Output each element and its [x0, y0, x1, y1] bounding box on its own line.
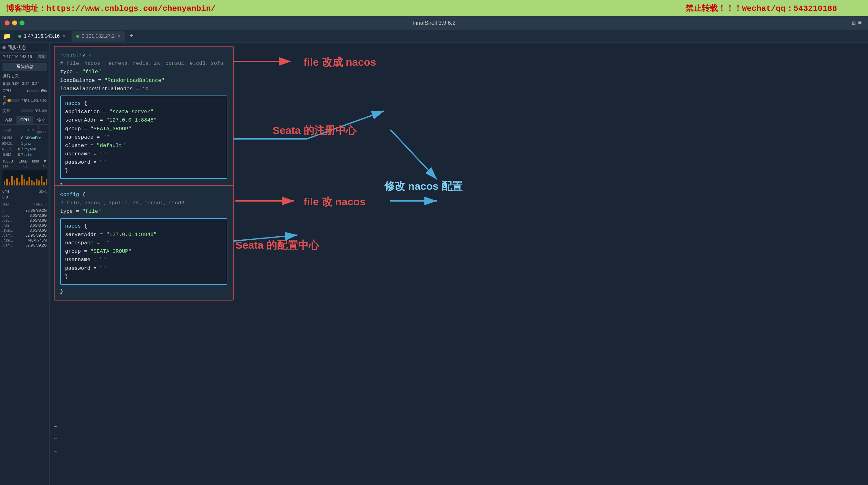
- tab-1-close[interactable]: ✕: [62, 34, 66, 39]
- nacos2-line-6: password = "": [65, 264, 222, 273]
- net-iface: eth0: [32, 159, 39, 164]
- net-chart: [2, 170, 47, 186]
- ping-sublabel: 本机: [39, 189, 47, 194]
- nacos2-line-2: serverAddr = "127.0.0.1:8848": [65, 230, 222, 239]
- swap-bar-wrap: 0% 0/0: [21, 109, 47, 113]
- code-block-nacos-1: nacos { application = "seata-server" ser…: [60, 95, 227, 179]
- net-down: ↓186B: [17, 159, 28, 164]
- code-area: registry { # file、nacos 、eureka、redis、zk…: [50, 43, 868, 485]
- cursor-line-3: ~: [54, 448, 57, 454]
- disk-var1: /var/... 32.9G/39.2G: [2, 233, 47, 238]
- mem-bar-bg: [7, 99, 20, 102]
- tab-2-label: 2 101.132.27.2: [82, 33, 115, 39]
- nacos2-line-1: nacos {: [65, 222, 222, 230]
- load-text: 负载 0.06, 0.12, 0.24: [2, 81, 40, 87]
- grid-icon[interactable]: ⊞: [852, 19, 856, 27]
- svg-line-8: [390, 130, 437, 179]
- process-row-1: 24.8M 8 AliYunDur: [0, 135, 49, 141]
- nacos-line-1: nacos {: [65, 99, 222, 108]
- nacos2-line-7: }: [65, 273, 222, 281]
- config-line-3: type = "file": [60, 207, 227, 216]
- sidebar: 同步状态 P 47.116.143.16 复制 系统信息 运行 1 天 负载 0…: [0, 43, 50, 485]
- process-row-3: 411.7.. 0.7 mysqld: [0, 146, 49, 152]
- minimize-button[interactable]: [12, 21, 17, 25]
- nacos-line-2: application = "seata-server": [65, 108, 222, 116]
- nacos-line-9: }: [65, 167, 222, 175]
- cpu-bar-bg: [27, 90, 39, 92]
- nacos-line-3: serverAddr = "127.0.0.1:8848": [65, 116, 222, 124]
- config-close: }: [60, 287, 227, 295]
- config-line-2: # file、nacos 、apollo、zk、consul、etcd3: [60, 199, 227, 207]
- status-dot: [2, 46, 6, 49]
- network-section: ↑868B ↓186B eth0 ▼ 11K 8K 4K: [0, 158, 49, 188]
- mem-val: 26%: [21, 98, 29, 103]
- annot-file-to-nacos: file 改成 nacos: [304, 55, 376, 69]
- tab-2-close[interactable]: ✕: [117, 34, 121, 39]
- title-bar: FinalShell 3.9.6.2 ⊞ ≡: [0, 16, 868, 30]
- net-arrow: ▼: [43, 159, 47, 164]
- process-list: 内存 CPU 名称/Dur 24.8M 8 AliYunDur 904.3.. …: [0, 125, 49, 158]
- disk-dev2: /dev... 3.6G/3.6G: [2, 218, 47, 223]
- nacos-line-5: namespace = "": [65, 133, 222, 141]
- cursor-line-1: ~: [54, 423, 57, 429]
- cursor-line-2: ~: [54, 436, 57, 441]
- annot-file-to-nacos2: file 改 nacos: [304, 195, 366, 209]
- code-line-5: loadBalanceVirtualNodes = 10: [60, 85, 227, 93]
- config-line-1: config {: [60, 191, 227, 199]
- disk-run2: /run/... 746M/746M: [2, 238, 47, 243]
- uptime-text: 运行 1 天: [2, 74, 19, 79]
- swap-detail: 0/0: [42, 109, 47, 113]
- code-block-registry: registry { # file、nacos 、eureka、redis、zk…: [54, 46, 234, 195]
- tab-1[interactable]: 1 47.116.143.16 ✕: [14, 31, 70, 41]
- ping-section: 0ms 本机 0 0: [0, 188, 49, 201]
- tab-cmd[interactable]: 命令: [33, 116, 49, 124]
- code-line-4: loadBalance = "RandomLoadBalance": [60, 76, 227, 85]
- nacos2-line-5: username = "": [65, 256, 222, 264]
- tab-bar: 📁 1 47.116.143.16 ✕ 2 101.132.27.2 ✕ +: [0, 30, 868, 43]
- tab-cpu[interactable]: CPU: [17, 116, 33, 124]
- folder-icon[interactable]: 📁: [3, 32, 11, 40]
- cpu-bar-fill: [27, 90, 28, 92]
- uptime-row: 运行 1 天: [0, 73, 49, 80]
- cpu-row: CPU 6%: [0, 87, 49, 94]
- cpu-val: 6%: [41, 88, 47, 93]
- sys-info-button[interactable]: 系统信息: [2, 63, 47, 71]
- copy-button[interactable]: 复制: [37, 54, 47, 59]
- menu-icon[interactable]: ≡: [858, 19, 862, 27]
- sync-status-label: 同步状态: [7, 45, 26, 51]
- banner-left: 博客地址：https://www.cnblogs.com/chenyanbin/: [6, 3, 216, 13]
- process-row-4: 5.9M 0.7 sshd: [0, 152, 49, 158]
- top-banner: 博客地址：https://www.cnblogs.com/chenyanbin/…: [0, 0, 868, 16]
- net-up: ↑868B: [2, 159, 13, 164]
- code-block-config: config { # file、nacos 、apollo、zk、consul、…: [54, 186, 234, 301]
- ip-text: P 47.116.143.16: [2, 54, 32, 59]
- add-tab-button[interactable]: +: [127, 32, 136, 40]
- tab-2[interactable]: 2 101.132.27.2 ✕: [72, 31, 125, 41]
- sidebar-ip: P 47.116.143.16 复制: [0, 53, 49, 61]
- mem-label: 内存: [2, 95, 7, 106]
- swap-bar-bg: [21, 110, 33, 112]
- nacos-line-4: group = "SEATA_GROUP": [65, 125, 222, 133]
- close-button[interactable]: [5, 21, 9, 25]
- nacos-line-6: cluster = "default": [65, 141, 222, 150]
- disk-dev: /dev 3.6G/3.6G: [2, 213, 47, 218]
- maximize-button[interactable]: [20, 21, 25, 25]
- window-controls: [5, 21, 25, 25]
- mem-row: 内存 26% 1.9G/7.3G: [0, 94, 49, 107]
- swap-label: 交换: [2, 108, 10, 114]
- process-tabs: 内存 CPU 命令: [0, 116, 49, 125]
- app-title: FinalShell 3.9.6.2: [412, 20, 455, 26]
- main-area: 同步状态 P 47.116.143.16 复制 系统信息 运行 1 天 负载 0…: [0, 43, 868, 485]
- nacos2-line-4: group = "SEATA_GROUP": [65, 247, 222, 256]
- mem-bar-fill: [7, 99, 10, 102]
- load-row: 负载 0.06, 0.12, 0.24: [0, 80, 49, 87]
- nacos-line-8: password = "": [65, 158, 222, 167]
- disk-section: 路径 可用/大小 / 32.9G/39.2G /dev 3.6G/3.6G /d…: [0, 201, 49, 249]
- annot-seata-config: Seata 的配置中心: [236, 238, 319, 252]
- disk-sys: /sys/... 3.6G/3.6G: [2, 228, 47, 233]
- disk-root: / 32.9G/39.2G: [2, 208, 47, 213]
- cpu-bar-wrap: 6%: [27, 88, 47, 93]
- sync-status: 同步状态: [0, 43, 49, 53]
- tab-mem[interactable]: 内存: [0, 116, 17, 124]
- disk-var2: /var/... 32.9G/39.2G: [2, 243, 47, 248]
